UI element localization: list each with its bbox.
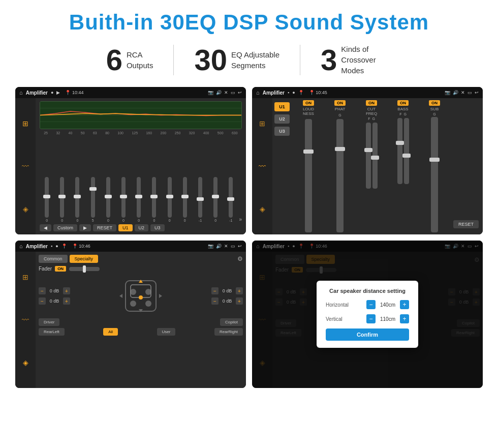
sub-thumb[interactable] xyxy=(429,158,440,162)
screen3-camera-icon[interactable]: 📷 xyxy=(208,244,213,249)
eq-track-6[interactable] xyxy=(137,177,141,218)
rearright-btn[interactable]: RearRight xyxy=(214,328,243,336)
vol-fl-plus[interactable]: + xyxy=(63,287,70,294)
screen3-volume-icon[interactable]: 🔊 xyxy=(216,244,222,249)
preset-label-button[interactable]: Custom xyxy=(53,224,77,231)
eq-track-12[interactable] xyxy=(229,177,233,218)
cutfreq-slider-g[interactable] xyxy=(372,123,378,189)
screen2-back-icon[interactable]: ↩ xyxy=(475,90,479,95)
eq-sliders-icon[interactable]: ⊞ xyxy=(22,120,28,128)
eq-track-8[interactable] xyxy=(168,177,172,218)
eq-thumb-1[interactable] xyxy=(58,195,66,198)
cutfreq-thumb-g[interactable] xyxy=(371,156,379,160)
bass-thumb-g[interactable] xyxy=(402,154,411,158)
confirm-button[interactable]: Confirm xyxy=(326,328,409,341)
user-btn[interactable]: User xyxy=(157,328,176,336)
u1-select-btn[interactable]: U1 xyxy=(274,102,290,111)
screen2-eq-icon[interactable]: ⊞ xyxy=(259,120,265,128)
u2-button[interactable]: U2 xyxy=(135,224,149,231)
cutfreq-thumb-f[interactable] xyxy=(364,148,372,152)
screen2-window-icon[interactable]: ▭ xyxy=(468,90,472,95)
eq-thumb-3[interactable] xyxy=(89,187,97,191)
window-icon[interactable]: ▭ xyxy=(231,90,235,95)
copilot-btn[interactable]: Copilot xyxy=(220,318,243,326)
settings-icon[interactable]: ⚙ xyxy=(237,255,243,262)
speaker-icon[interactable]: ◈ xyxy=(23,205,28,213)
phat-thumb[interactable] xyxy=(335,147,345,151)
eq-thumb-7[interactable] xyxy=(150,195,158,198)
crossover-reset-button[interactable]: RESET xyxy=(453,220,479,228)
home-icon[interactable]: ⌂ xyxy=(19,89,23,96)
ch-phat-toggle[interactable]: ON xyxy=(334,100,346,106)
reset-button[interactable]: RESET xyxy=(93,224,116,231)
ch-loudness-toggle[interactable]: ON xyxy=(303,100,314,106)
specialty-tab[interactable]: Specialty xyxy=(70,255,99,263)
screen3-wave-icon[interactable]: 〰 xyxy=(22,316,29,324)
ch-sub-toggle[interactable]: ON xyxy=(429,100,440,106)
eq-thumb-4[interactable] xyxy=(105,195,112,198)
vertical-minus-btn[interactable]: − xyxy=(366,314,376,323)
ch-bass-toggle[interactable]: ON xyxy=(397,100,409,106)
fader-thumb[interactable] xyxy=(83,265,86,273)
driver-btn[interactable]: Driver xyxy=(39,318,59,326)
u2-select-btn[interactable]: U2 xyxy=(274,114,290,124)
horizontal-plus-btn[interactable]: + xyxy=(400,300,409,309)
eq-thumb-0[interactable] xyxy=(43,195,50,198)
screen3-eq-icon[interactable]: ⊞ xyxy=(22,273,28,281)
eq-thumb-2[interactable] xyxy=(74,195,81,198)
eq-track-9[interactable] xyxy=(183,177,187,218)
vol-rr-plus[interactable]: + xyxy=(236,297,243,305)
horizontal-minus-btn[interactable]: − xyxy=(366,300,376,309)
screen3-window-icon[interactable]: ▭ xyxy=(231,244,235,249)
all-btn[interactable]: All xyxy=(103,328,118,336)
eq-track-1[interactable] xyxy=(60,177,64,218)
more-icon[interactable]: » xyxy=(239,217,242,222)
eq-track-4[interactable] xyxy=(106,177,110,218)
bass-thumb-f[interactable] xyxy=(396,141,404,145)
common-tab[interactable]: Common xyxy=(39,255,68,263)
screen2-close-icon[interactable]: ✕ xyxy=(461,90,465,95)
back-icon[interactable]: ↩ xyxy=(238,90,242,95)
eq-thumb-12[interactable] xyxy=(227,197,234,201)
u3-button[interactable]: U3 xyxy=(150,224,165,231)
vertical-plus-btn[interactable]: + xyxy=(400,314,409,323)
eq-track-11[interactable] xyxy=(213,177,217,218)
cutfreq-slider-f[interactable] xyxy=(366,123,371,189)
eq-thumb-5[interactable] xyxy=(120,195,127,198)
screen2-speaker-icon[interactable]: ◈ xyxy=(260,205,265,213)
eq-track-7[interactable] xyxy=(152,177,156,218)
u1-button[interactable]: U1 xyxy=(118,224,133,231)
camera-icon[interactable]: 📷 xyxy=(208,90,213,95)
eq-track-2[interactable] xyxy=(75,177,79,218)
eq-track-5[interactable] xyxy=(121,177,126,218)
screen3-home-icon[interactable]: ⌂ xyxy=(19,243,23,249)
phat-slider[interactable] xyxy=(336,119,344,232)
close-icon[interactable]: ✕ xyxy=(224,90,228,95)
screen3-back-icon[interactable]: ↩ xyxy=(238,244,242,249)
screen2-wave-icon[interactable]: 〰 xyxy=(259,162,266,170)
sub-slider[interactable] xyxy=(431,117,438,232)
vol-fr-plus[interactable]: + xyxy=(236,287,243,294)
u3-select-btn[interactable]: U3 xyxy=(274,127,290,136)
eq-thumb-6[interactable] xyxy=(135,195,142,198)
screen3-close-icon[interactable]: ✕ xyxy=(224,244,228,249)
loudness-thumb[interactable] xyxy=(303,150,314,154)
screen2-volume-icon[interactable]: 🔊 xyxy=(453,90,458,95)
eq-track-0[interactable] xyxy=(45,177,49,218)
screen2-home-icon[interactable]: ⌂ xyxy=(256,89,260,96)
eq-thumb-8[interactable] xyxy=(166,195,173,198)
vol-rl-plus[interactable]: + xyxy=(63,297,70,305)
eq-track-3[interactable] xyxy=(91,177,95,218)
eq-thumb-10[interactable] xyxy=(197,197,204,201)
rearleft-btn[interactable]: RearLeft xyxy=(39,328,65,336)
volume-icon[interactable]: 🔊 xyxy=(216,90,222,95)
fader-slider[interactable] xyxy=(69,267,100,271)
screen3-speaker-icon[interactable]: ◈ xyxy=(23,359,28,367)
vol-rr-minus[interactable]: − xyxy=(211,297,219,305)
bass-slider-f[interactable] xyxy=(397,118,402,184)
ch-cutfreq-toggle[interactable]: ON xyxy=(366,100,377,106)
bass-slider-g[interactable] xyxy=(404,118,409,184)
eq-thumb-9[interactable] xyxy=(181,195,189,198)
prev-preset-button[interactable]: ◀ xyxy=(40,224,51,231)
fader-on-badge[interactable]: ON xyxy=(55,266,66,272)
